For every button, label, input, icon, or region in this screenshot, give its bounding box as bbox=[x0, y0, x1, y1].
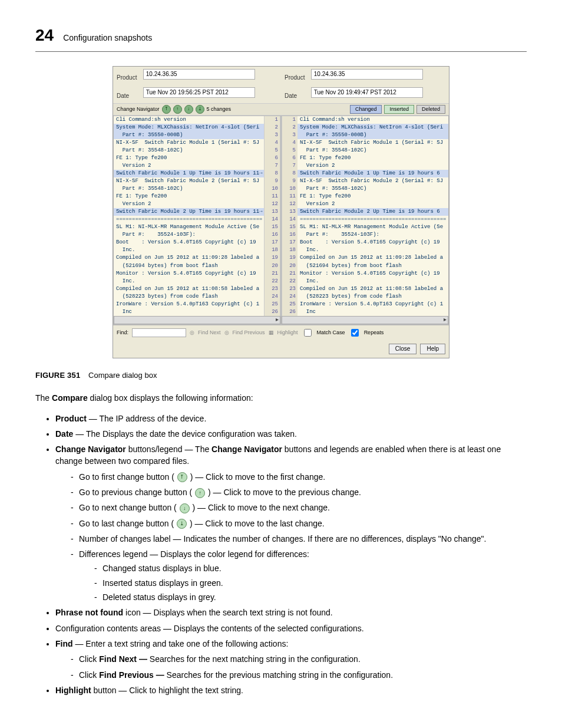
date-field-right[interactable]: Tue Nov 20 19:49:47 PST 2012 bbox=[311, 87, 423, 98]
find-label: Find: bbox=[117, 329, 128, 337]
next-change-icon[interactable]: ↓ bbox=[184, 105, 193, 114]
legend-inserted: Inserted bbox=[384, 105, 414, 114]
last-change-icon: ⤓ bbox=[177, 519, 187, 529]
scrollbar-h-right[interactable] bbox=[282, 316, 448, 324]
date-label-left: Date bbox=[117, 92, 141, 101]
product-field-right[interactable]: 10.24.36.35 bbox=[311, 69, 423, 80]
product-field-left[interactable]: 10.24.36.35 bbox=[143, 69, 255, 80]
find-next-button[interactable]: Find Next bbox=[198, 329, 221, 337]
first-change-icon[interactable]: ⤒ bbox=[162, 105, 171, 114]
page-number: 24 bbox=[35, 24, 54, 48]
match-case-checkbox[interactable] bbox=[304, 329, 312, 337]
figure-title: Compare dialog box bbox=[88, 371, 157, 380]
find-previous-button[interactable]: Find Previous bbox=[233, 329, 265, 337]
last-change-icon[interactable]: ⤓ bbox=[196, 105, 204, 114]
prev-change-icon[interactable]: ↑ bbox=[173, 105, 182, 114]
date-field-left[interactable]: Tue Nov 20 19:56:25 PST 2012 bbox=[143, 87, 255, 98]
help-button[interactable]: Help bbox=[420, 344, 445, 355]
product-label-right: Product bbox=[285, 74, 309, 83]
right-config-pane[interactable]: 1Cli Command:sh version2System Mode: MLX… bbox=[281, 116, 449, 325]
date-label-right: Date bbox=[285, 92, 309, 101]
first-change-icon: ⤒ bbox=[177, 472, 187, 482]
figure-caption: FIGURE 351 Compare dialog box bbox=[35, 370, 527, 381]
page-header: 24 Configuration snapshots bbox=[35, 24, 527, 52]
repeats-checkbox[interactable] bbox=[351, 329, 359, 337]
intro-paragraph: The Compare dialog box displays the foll… bbox=[35, 392, 527, 404]
highlight-button[interactable]: Highlight bbox=[277, 329, 298, 337]
figure-number: FIGURE 351 bbox=[35, 371, 80, 380]
section-title: Configuration snapshots bbox=[63, 32, 152, 44]
find-input[interactable] bbox=[132, 328, 186, 337]
legend-changed: Changed bbox=[350, 105, 382, 114]
legend-deleted: Deleted bbox=[416, 105, 445, 114]
left-config-pane[interactable]: Cli Command:sh version1System Mode: MLXC… bbox=[113, 116, 281, 325]
prev-change-icon: ↑ bbox=[195, 488, 205, 498]
match-case-label: Match Case bbox=[317, 329, 345, 337]
compare-dialog: Product 10.24.36.35 Product 10.24.36.35 … bbox=[113, 66, 449, 359]
next-change-icon: ↓ bbox=[180, 503, 190, 513]
scrollbar-h-left[interactable] bbox=[114, 316, 280, 324]
product-label-left: Product bbox=[117, 74, 141, 83]
change-navigator-label: Change Navigator bbox=[117, 106, 160, 113]
changes-count: 5 changes bbox=[207, 106, 232, 113]
repeats-label: Repeats bbox=[364, 329, 384, 337]
info-list: Product — The IP address of the device. … bbox=[35, 413, 527, 697]
close-button[interactable]: Close bbox=[389, 344, 417, 355]
